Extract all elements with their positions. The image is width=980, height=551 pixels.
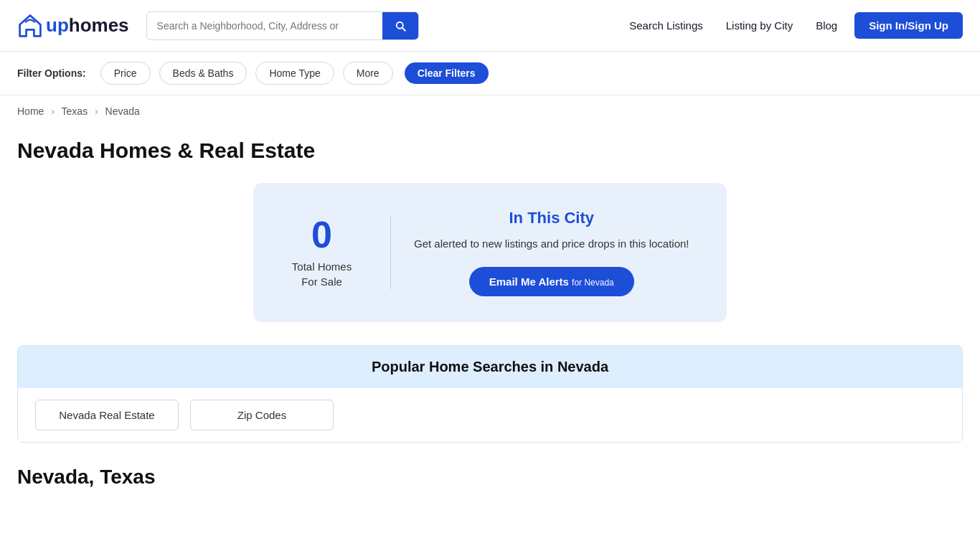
price-filter-button[interactable]: Price	[100, 62, 151, 85]
breadcrumb-texas[interactable]: Texas	[62, 105, 88, 117]
nav-search-listings[interactable]: Search Listings	[629, 19, 703, 32]
search-input[interactable]	[147, 13, 382, 39]
breadcrumb-sep-1: ›	[51, 105, 55, 117]
email-alerts-for-text: for Nevada	[572, 278, 614, 288]
home-type-filter-button[interactable]: Home Type	[255, 62, 334, 85]
breadcrumb-sep-2: ›	[95, 105, 98, 117]
main-content: Nevada Homes & Real Estate 0 Total Homes…	[0, 127, 980, 512]
search-button[interactable]	[382, 12, 418, 39]
email-alerts-main-text: Email Me Alerts	[489, 276, 569, 288]
info-card: 0 Total HomesFor Sale In This City Get a…	[253, 183, 727, 322]
logo-icon	[17, 13, 43, 39]
breadcrumb: Home › Texas › Nevada	[0, 95, 980, 127]
city-title: In This City	[414, 209, 689, 227]
popular-links-container: Nevada Real Estate Zip Codes	[18, 388, 962, 442]
breadcrumb-nevada: Nevada	[105, 105, 140, 117]
more-filter-button[interactable]: More	[343, 62, 393, 85]
search-icon	[394, 19, 407, 32]
popular-searches-header: Popular Home Searches in Nevada	[18, 346, 962, 388]
total-homes-label: Total HomesFor Sale	[292, 259, 352, 289]
clear-filters-button[interactable]: Clear Filters	[405, 62, 489, 84]
breadcrumb-home[interactable]: Home	[17, 105, 44, 117]
city-description: Get alerted to new listings and price dr…	[414, 236, 689, 253]
info-card-right: In This City Get alerted to new listings…	[391, 209, 689, 296]
search-bar	[146, 11, 419, 40]
popular-searches-section: Popular Home Searches in Nevada Nevada R…	[17, 345, 963, 443]
logo-text: uphomes	[46, 14, 129, 37]
beds-baths-filter-button[interactable]: Beds & Baths	[159, 62, 248, 85]
nav-blog[interactable]: Blog	[816, 19, 837, 32]
filter-options-label: Filter Options:	[17, 67, 86, 79]
logo[interactable]: uphomes	[17, 13, 129, 39]
popular-link-zip-codes[interactable]: Zip Codes	[190, 400, 334, 430]
email-alerts-button[interactable]: Email Me Alerts for Nevada	[469, 267, 634, 296]
filter-bar: Filter Options: Price Beds & Baths Home …	[0, 52, 980, 95]
nav-listing-by-city[interactable]: Listing by City	[726, 19, 793, 32]
info-card-left: 0 Total HomesFor Sale	[276, 216, 391, 289]
sign-in-button[interactable]: Sign In/Sign Up	[854, 12, 963, 39]
popular-link-nevada-real-estate[interactable]: Nevada Real Estate	[35, 400, 179, 430]
bottom-page-title: Nevada, Texas	[17, 466, 963, 489]
nav-links: Search Listings Listing by City Blog	[629, 19, 837, 32]
popular-searches-title: Popular Home Searches in Nevada	[35, 359, 945, 375]
total-homes-count: 0	[311, 216, 332, 253]
page-title: Nevada Homes & Real Estate	[17, 138, 963, 163]
